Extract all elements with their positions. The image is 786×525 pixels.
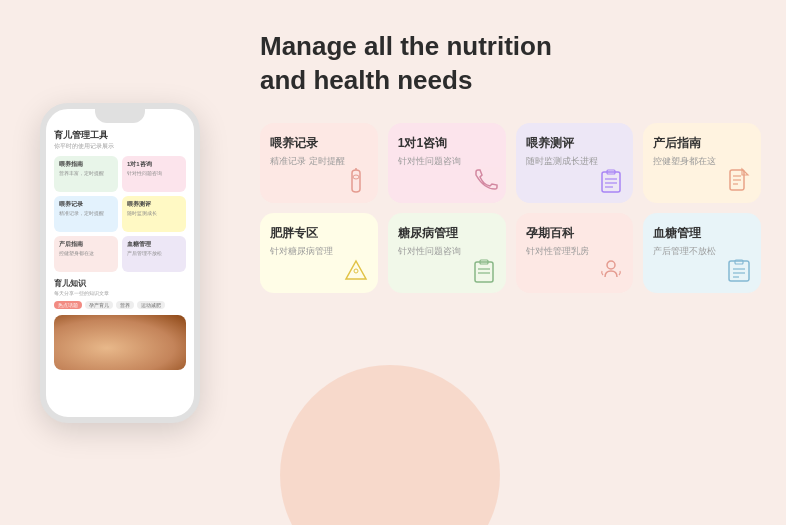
feature-card-feeding-record[interactable]: 喂养记录 精准记录 定时提醒: [260, 123, 378, 203]
feature-cards-grid: 喂养记录 精准记录 定时提醒 1对1咨询 针对性问题咨询: [260, 123, 761, 293]
phone-section2-sub: 每天分享一些的知识文章: [54, 290, 186, 296]
phone-notch: [95, 109, 145, 123]
feature-card-feeding-record-sub: 精准记录 定时提醒: [270, 156, 368, 168]
phone-tag-2[interactable]: 孕产育儿: [85, 301, 113, 309]
phone-card-6[interactable]: 血糖管理 产后管理不放松: [122, 236, 186, 272]
feature-card-postpartum[interactable]: 产后指南 控健塑身都在这: [643, 123, 761, 203]
headline-line2: and health needs: [260, 65, 472, 95]
phone-card-5-sub: 控健塑身都在这: [59, 251, 113, 256]
phone-card-4[interactable]: 喂养测评 随时监测成长: [122, 196, 186, 232]
phone-card-1-title: 喂养指南: [59, 160, 113, 169]
feature-card-eval-title: 喂养测评: [526, 135, 624, 152]
phone-card-5[interactable]: 产后指南 控健塑身都在这: [54, 236, 118, 272]
content-section: Manage all the nutrition and health need…: [240, 0, 786, 525]
baby-icon: [597, 257, 625, 285]
phone-card-1[interactable]: 喂养指南 营养丰富，定时提醒: [54, 156, 118, 192]
svg-rect-12: [475, 262, 493, 282]
feature-card-pregnancy-sub: 针对性管理乳房: [526, 246, 624, 258]
phone-card-3[interactable]: 喂养记录 精准记录，定时提醒: [54, 196, 118, 232]
svg-point-11: [354, 269, 358, 273]
phone-card-2-title: 1对1咨询: [127, 160, 181, 169]
phone-mockup: 育儿管理工具 你平时的使用记录展示 喂养指南 营养丰富，定时提醒 1对1咨询 针…: [40, 103, 200, 423]
feature-card-obesity-title: 肥胖专区: [270, 225, 368, 242]
phone-card-1-sub: 营养丰富，定时提醒: [59, 171, 113, 176]
svg-point-1: [353, 175, 359, 179]
feature-card-eval[interactable]: 喂养测评 随时监测成长进程: [516, 123, 634, 203]
headline-line1: Manage all the nutrition: [260, 31, 552, 61]
phone-content: 育儿管理工具 你平时的使用记录展示 喂养指南 营养丰富，定时提醒 1对1咨询 针…: [54, 129, 186, 407]
feature-card-diabetes[interactable]: 糖尿病管理 针对性问题咨询: [388, 213, 506, 293]
phone-tag-3[interactable]: 营养: [116, 301, 134, 309]
feature-card-postpartum-title: 产后指南: [653, 135, 751, 152]
feature-card-consultation-title: 1对1咨询: [398, 135, 496, 152]
feature-card-blood-sugar-title: 血糖管理: [653, 225, 751, 242]
phone-section2-title: 育儿知识: [54, 278, 186, 289]
feature-card-feeding-record-title: 喂养记录: [270, 135, 368, 152]
pizza-icon: [342, 257, 370, 285]
feature-card-diabetes-sub: 针对性问题咨询: [398, 246, 496, 258]
phone-image: [54, 315, 186, 370]
phone-icon: [470, 167, 498, 195]
phone-card-2-sub: 针对性问题咨询: [127, 171, 181, 176]
main-container: 育儿管理工具 你平时的使用记录展示 喂养指南 营养丰富，定时提醒 1对1咨询 针…: [0, 0, 786, 525]
feature-card-pregnancy-title: 孕期百科: [526, 225, 624, 242]
feature-card-pregnancy[interactable]: 孕期百科 针对性管理乳房: [516, 213, 634, 293]
feature-card-postpartum-sub: 控健塑身都在这: [653, 156, 751, 168]
phone-card-4-sub: 随时监测成长: [127, 211, 181, 216]
headline: Manage all the nutrition and health need…: [260, 30, 761, 98]
mother-child-image: [54, 315, 186, 370]
feature-card-obesity-sub: 针对糖尿病管理: [270, 246, 368, 258]
svg-rect-2: [602, 172, 620, 192]
feature-card-consultation-sub: 针对性问题咨询: [398, 156, 496, 168]
phone-card-3-title: 喂养记录: [59, 200, 113, 209]
clipboard2-icon: [470, 257, 498, 285]
phone-card-5-title: 产后指南: [59, 240, 113, 249]
phone-tags: 热点话题 孕产育儿 营养 运动减肥: [54, 301, 186, 309]
phone-section1-title: 育儿管理工具: [54, 129, 186, 142]
phone-card-3-sub: 精准记录，定时提醒: [59, 211, 113, 216]
clipboard-icon: [597, 167, 625, 195]
feature-card-diabetes-title: 糖尿病管理: [398, 225, 496, 242]
phone-section: 育儿管理工具 你平时的使用记录展示 喂养指南 营养丰富，定时提醒 1对1咨询 针…: [0, 0, 240, 525]
phone-card-2[interactable]: 1对1咨询 针对性问题咨询: [122, 156, 186, 192]
feature-card-consultation[interactable]: 1对1咨询 针对性问题咨询: [388, 123, 506, 203]
phone-section1-subtitle: 你平时的使用记录展示: [54, 143, 186, 150]
phone-card-6-title: 血糖管理: [127, 240, 181, 249]
feature-card-eval-sub: 随时监测成长进程: [526, 156, 624, 168]
baby-bottle-icon: [342, 167, 370, 195]
phone-card-6-sub: 产后管理不放松: [127, 251, 181, 256]
svg-point-16: [607, 261, 615, 269]
phone-tag-1[interactable]: 热点话题: [54, 301, 82, 309]
document-icon: [725, 167, 753, 195]
chart-icon: [725, 257, 753, 285]
feature-card-blood-sugar-sub: 产后管理不放松: [653, 246, 751, 258]
phone-tag-4[interactable]: 运动减肥: [137, 301, 165, 309]
feature-card-obesity[interactable]: 肥胖专区 针对糖尿病管理: [260, 213, 378, 293]
phone-card-4-title: 喂养测评: [127, 200, 181, 209]
phone-cards-grid: 喂养指南 营养丰富，定时提醒 1对1咨询 针对性问题咨询 喂养记录 精准记录，定…: [54, 156, 186, 272]
feature-card-blood-sugar[interactable]: 血糖管理 产后管理不放松: [643, 213, 761, 293]
